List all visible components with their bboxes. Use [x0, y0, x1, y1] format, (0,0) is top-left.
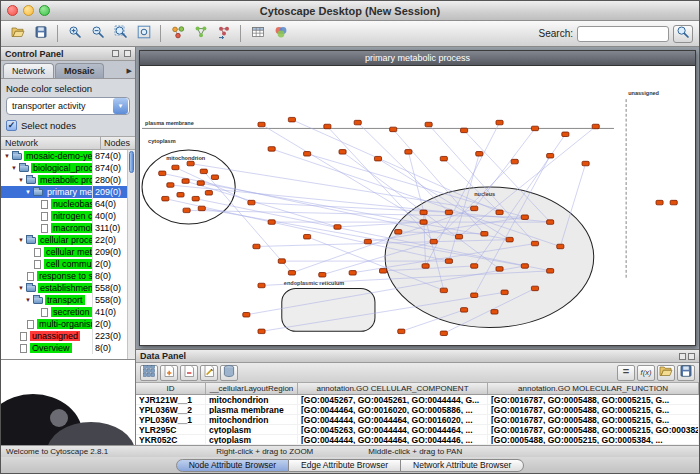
- network-node[interactable]: [491, 310, 498, 314]
- tree-item-secretion[interactable]: secretion41(0): [1, 306, 127, 318]
- network-node[interactable]: [278, 259, 285, 263]
- tree-scrollbar[interactable]: [127, 150, 135, 359]
- select-first-neighbors-button[interactable]: [167, 23, 188, 44]
- minimize-button[interactable]: [23, 5, 34, 16]
- network-node[interactable]: [304, 234, 311, 238]
- tree-item-biological-process[interactable]: ▼biological_process874(0): [1, 162, 127, 174]
- maximize-button[interactable]: [39, 5, 50, 16]
- network-node[interactable]: [440, 331, 447, 335]
- open-folder-button[interactable]: [7, 23, 28, 44]
- network-node[interactable]: [420, 210, 427, 214]
- column-header-id[interactable]: ID: [136, 383, 206, 394]
- network-node[interactable]: [521, 215, 528, 219]
- tree-item-primary-metabolic[interactable]: ▼primary metabolic209(0): [1, 186, 127, 198]
- network-node[interactable]: [461, 308, 468, 312]
- tree-item-multi-organism-pro[interactable]: multi-organism pro2(0): [1, 318, 127, 330]
- network-canvas[interactable]: plasma membrane cytoplasm mitochondrion …: [140, 65, 695, 345]
- expander-icon[interactable]: ▼: [3, 153, 11, 159]
- network-node[interactable]: [471, 264, 478, 268]
- network-node[interactable]: [268, 147, 275, 151]
- expander-icon[interactable]: ▼: [10, 165, 18, 171]
- network-node[interactable]: [258, 283, 265, 287]
- network-node[interactable]: [547, 220, 554, 224]
- network-node[interactable]: [198, 206, 205, 210]
- zoom-selected-button[interactable]: [110, 23, 131, 44]
- network-node[interactable]: [557, 244, 564, 248]
- equals-button[interactable]: =: [617, 365, 635, 381]
- network-node[interactable]: [167, 183, 174, 187]
- tree-item-overview[interactable]: Overview8(0): [1, 342, 127, 354]
- tree-item-establishment-of-lo[interactable]: ▼establishment of lo558(0): [1, 282, 127, 294]
- expander-icon[interactable]: ▼: [24, 297, 32, 303]
- zoom-fit-button[interactable]: [133, 23, 154, 44]
- network-node[interactable]: [425, 122, 432, 126]
- table-row[interactable]: YKR052Ccytoplasm[GO:0044444, GO:0044464,…: [136, 435, 699, 445]
- network-node[interactable]: [390, 127, 397, 131]
- network-node[interactable]: [288, 271, 295, 275]
- network-node[interactable]: [398, 329, 405, 333]
- import-attributes-button[interactable]: [247, 23, 268, 44]
- network-node[interactable]: [159, 171, 166, 175]
- zoom-out-button[interactable]: [87, 23, 108, 44]
- tab-overflow-arrow-icon[interactable]: ▶: [127, 67, 135, 78]
- import-network-button[interactable]: [213, 23, 234, 44]
- network-node[interactable]: [440, 156, 447, 160]
- network-node[interactable]: [471, 206, 478, 210]
- network-edge[interactable]: [358, 123, 449, 213]
- network-node[interactable]: [183, 208, 190, 212]
- network-node[interactable]: [319, 273, 326, 277]
- tree-item-nucleobase[interactable]: nucleobase64(0): [1, 198, 127, 210]
- save-button[interactable]: [677, 365, 695, 381]
- network-node[interactable]: [496, 210, 503, 214]
- network-node[interactable]: [182, 179, 189, 183]
- network-node[interactable]: [288, 117, 295, 121]
- network-node[interactable]: [471, 293, 478, 297]
- tab-node-attribute-browser[interactable]: Node Attribute Browser: [176, 459, 289, 472]
- network-node[interactable]: [656, 200, 663, 204]
- save-button[interactable]: [30, 23, 51, 44]
- network-node[interactable]: [354, 120, 361, 124]
- tree-item-cell-communicati[interactable]: cell communicati2(0): [1, 258, 127, 270]
- tree-item-nitrogen-compou[interactable]: nitrogen compou40(0): [1, 210, 127, 222]
- column-header-annotation-go-cellular-component[interactable]: annotation.GO CELLULAR_COMPONENT: [298, 383, 488, 394]
- expander-icon[interactable]: ▼: [17, 177, 25, 183]
- delete-attribute-button[interactable]: [180, 365, 198, 381]
- table-row[interactable]: YPL036W__2plasma membrane[GO:0044464, GO…: [136, 405, 699, 415]
- network-node[interactable]: [582, 161, 589, 165]
- tree-item-unassigned[interactable]: unassigned223(0): [1, 330, 127, 342]
- network-node[interactable]: [248, 200, 255, 204]
- network-node[interactable]: [339, 150, 346, 154]
- expander-icon[interactable]: ▼: [17, 285, 25, 291]
- tree-item-mosaic-demo-yeast[interactable]: ▼mosaic-demo-yeast874(0): [1, 150, 127, 162]
- expander-icon[interactable]: ▼: [24, 189, 32, 195]
- float-data-panel-icon[interactable]: [679, 353, 686, 360]
- network-node[interactable]: [172, 165, 179, 169]
- tab-network[interactable]: Network: [3, 63, 54, 78]
- network-node[interactable]: [531, 286, 538, 290]
- network-node[interactable]: [501, 290, 508, 294]
- close-button[interactable]: [7, 5, 18, 16]
- network-node[interactable]: [243, 313, 250, 317]
- network-node[interactable]: [592, 124, 599, 128]
- network-node[interactable]: [364, 239, 371, 243]
- network-node[interactable]: [476, 152, 483, 156]
- tab-edge-attribute-browser[interactable]: Edge Attribute Browser: [289, 459, 401, 472]
- tree-item-cellular-metabol[interactable]: cellular metabol209(0): [1, 246, 127, 258]
- network-node[interactable]: [197, 181, 204, 185]
- tree-scrollbar-thumb[interactable]: [129, 151, 134, 173]
- network-node[interactable]: [455, 234, 462, 238]
- network-node[interactable]: [200, 169, 207, 173]
- network-node[interactable]: [192, 196, 199, 200]
- create-attribute-button[interactable]: [160, 365, 178, 381]
- network-node[interactable]: [420, 220, 427, 224]
- network-node[interactable]: [187, 161, 194, 165]
- network-node[interactable]: [445, 259, 452, 263]
- network-node[interactable]: [324, 124, 331, 128]
- open-folder-button[interactable]: [657, 365, 675, 381]
- tree-item-metabolic-process[interactable]: ▼metabolic process280(0): [1, 174, 127, 186]
- network-overview-thumbnail[interactable]: [1, 359, 135, 445]
- tree-item-cellular-process[interactable]: ▼cellular process22(0): [1, 234, 127, 246]
- column-header-annotation-go-molecular-function[interactable]: annotation.GO MOLECULAR_FUNCTION: [488, 383, 699, 394]
- table-row[interactable]: YJR121W__1mitochondrion[GO:0045267, GO:0…: [136, 395, 699, 405]
- import-attribute-table-button[interactable]: [220, 365, 238, 381]
